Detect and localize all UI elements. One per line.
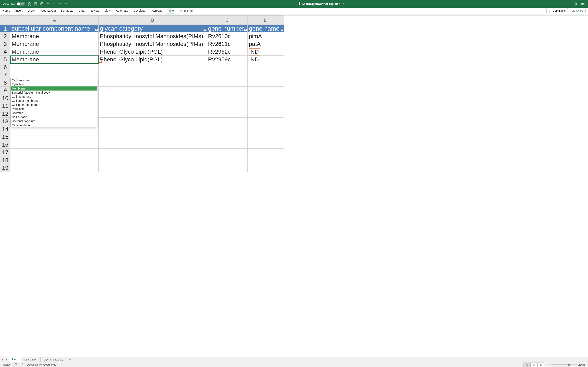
row-7[interactable]: 7 bbox=[0, 71, 10, 79]
col-C[interactable]: C bbox=[207, 16, 248, 25]
zoom-out-icon[interactable]: − bbox=[548, 363, 550, 366]
doc-name[interactable]: MicroGlycoCurator-register bbox=[302, 2, 340, 6]
undo-icon[interactable] bbox=[46, 2, 50, 6]
table-row[interactable]: 5 Membrane Phenol Glyco Lipid(PGL) Rv295… bbox=[0, 56, 284, 63]
view-normal[interactable] bbox=[523, 363, 530, 367]
table-row[interactable]: 4 Membrane Phenol Glyco Lipid(PGL) Rv296… bbox=[0, 48, 284, 56]
macro-icon[interactable] bbox=[14, 363, 17, 366]
column-headers[interactable]: A B C D bbox=[0, 16, 284, 25]
dv-option[interactable]: Carboxysome bbox=[11, 78, 97, 82]
save-icon[interactable] bbox=[34, 2, 38, 6]
row-1[interactable]: 1 bbox=[0, 25, 10, 33]
dv-option[interactable]: Mitochondrion bbox=[11, 123, 97, 127]
cell-A5[interactable]: Membrane bbox=[10, 56, 99, 63]
dv-option[interactable]: Periplasm bbox=[11, 107, 97, 111]
col-A[interactable]: A bbox=[10, 16, 99, 25]
view-page-break[interactable] bbox=[537, 363, 544, 367]
row-13[interactable]: 13 bbox=[0, 118, 10, 125]
collapsed-formula-bar[interactable] bbox=[0, 14, 588, 16]
tab-table[interactable]: Table bbox=[167, 8, 174, 13]
comments-button[interactable]: Comments bbox=[546, 8, 568, 13]
row-6[interactable]: 6 bbox=[0, 63, 10, 71]
filter-icon[interactable] bbox=[95, 29, 98, 31]
select-all-corner[interactable] bbox=[0, 16, 10, 25]
row-12[interactable]: 12 bbox=[0, 110, 10, 118]
data-validation-handle[interactable] bbox=[99, 59, 102, 63]
tab-acrobat[interactable]: Acrobat bbox=[152, 8, 162, 13]
zoom-in-icon[interactable]: + bbox=[575, 363, 577, 366]
sheet-tab-glycan-category[interactable]: glycan_category bbox=[41, 357, 67, 362]
dv-option[interactable]: Bacterial flagellum basal body bbox=[11, 91, 97, 95]
cell-A2[interactable]: Membrane bbox=[10, 33, 99, 40]
tellme[interactable]: Tell me bbox=[179, 8, 192, 13]
hdr-subcellular[interactable]: subcellular component name bbox=[10, 25, 99, 33]
dv-option-selected[interactable]: Membrane bbox=[11, 86, 97, 91]
row-4[interactable]: 4 bbox=[0, 48, 10, 56]
switch-window-icon[interactable] bbox=[581, 2, 585, 6]
tab-view[interactable]: View bbox=[104, 8, 111, 13]
sheet-nav-next[interactable] bbox=[4, 357, 9, 362]
filter-icon[interactable] bbox=[203, 29, 206, 31]
tab-insert[interactable]: Insert bbox=[15, 8, 22, 13]
dv-option[interactable]: Cytoplasm bbox=[11, 82, 97, 86]
tab-page-layout[interactable]: Page Layout bbox=[40, 8, 56, 13]
row-15[interactable]: 15 bbox=[0, 133, 10, 141]
undo-dropdown-icon[interactable] bbox=[52, 2, 56, 6]
cell-B2[interactable]: Phosphatidyl Inosytol Mannosides(PIMs) bbox=[99, 33, 207, 40]
sheet-tab-item[interactable]: item bbox=[9, 357, 21, 362]
cell-C5[interactable]: Rv2959c bbox=[207, 56, 248, 63]
tab-draw[interactable]: Draw bbox=[28, 8, 35, 13]
dv-option[interactable]: Cell outer membrane bbox=[11, 99, 97, 103]
tab-home[interactable]: Home bbox=[2, 8, 10, 13]
row-19[interactable]: 19 bbox=[0, 164, 10, 172]
data-validation-dropdown[interactable]: Carboxysome Cytoplasm Membrane Bacterial… bbox=[10, 78, 97, 127]
zoom-slider[interactable] bbox=[551, 364, 573, 365]
dv-option[interactable]: Cell membrane bbox=[11, 95, 97, 99]
row-9[interactable]: 9 bbox=[0, 87, 10, 94]
cell-D2[interactable]: pimA bbox=[248, 33, 284, 40]
row-14[interactable]: 14 bbox=[0, 125, 10, 133]
sheet-tab-localization[interactable]: localization bbox=[21, 357, 41, 362]
redo-icon[interactable] bbox=[58, 2, 62, 6]
zoom-control[interactable]: − + 236% bbox=[548, 363, 585, 366]
cell-A4[interactable]: Membrane bbox=[10, 48, 99, 56]
row-18[interactable]: 18 bbox=[0, 156, 10, 164]
filter-icon[interactable] bbox=[244, 29, 247, 31]
doc-chevron-icon[interactable] bbox=[341, 2, 345, 6]
row-11[interactable]: 11 bbox=[0, 102, 10, 110]
table-row[interactable]: 3 Membrane Phosphatidyl Inosytol Mannosi… bbox=[0, 40, 284, 48]
sheet-nav-prev[interactable] bbox=[0, 357, 4, 362]
table-row[interactable]: 2 Membrane Phosphatidyl Inosytol Mannosi… bbox=[0, 33, 284, 40]
hdr-gene-name[interactable]: gene name bbox=[248, 25, 284, 33]
row-10[interactable]: 10 bbox=[0, 94, 10, 102]
cell-D5[interactable]: ND bbox=[248, 56, 284, 63]
tab-data[interactable]: Data bbox=[78, 8, 85, 13]
tab-review[interactable]: Review bbox=[90, 8, 99, 13]
dv-option[interactable]: Cell inner membrane bbox=[11, 103, 97, 107]
cell-C2[interactable]: Rv2610c bbox=[207, 33, 248, 40]
print-icon[interactable] bbox=[40, 2, 44, 6]
autosave-toggle[interactable]: OFF bbox=[17, 2, 25, 6]
dv-option[interactable]: Bacterial flagellum bbox=[11, 119, 97, 123]
row-16[interactable]: 16 bbox=[0, 141, 10, 149]
cell-B4[interactable]: Phenol Glyco Lipid(PGL) bbox=[99, 48, 207, 56]
home-icon[interactable] bbox=[28, 2, 31, 6]
more-icon[interactable] bbox=[65, 2, 68, 6]
cell-B5[interactable]: Phenol Glyco Lipid(PGL) bbox=[99, 56, 207, 63]
add-sheet-button[interactable]: + bbox=[67, 357, 73, 362]
table-header-row[interactable]: 1 subcellular component name glycan cate… bbox=[0, 25, 284, 33]
row-5[interactable]: 5 bbox=[0, 56, 10, 63]
cell-C4[interactable]: Rv2962c bbox=[207, 48, 248, 56]
filter-icon[interactable] bbox=[281, 29, 283, 31]
row-17[interactable]: 17 bbox=[0, 149, 10, 156]
tab-automate[interactable]: Automate bbox=[116, 8, 128, 13]
cell-A3[interactable]: Membrane bbox=[10, 40, 99, 48]
search-icon[interactable] bbox=[574, 2, 578, 6]
dv-option[interactable]: Secreted bbox=[11, 111, 97, 115]
dv-option[interactable]: Cell surface bbox=[11, 115, 97, 119]
zoom-value[interactable]: 236% bbox=[579, 363, 585, 366]
accessibility-icon[interactable] bbox=[21, 363, 24, 366]
cell-D3[interactable]: patA bbox=[248, 40, 284, 48]
tab-formulas[interactable]: Formulas bbox=[61, 8, 73, 13]
cell-B3[interactable]: Phosphatidyl Inosytol Mannosides(PIMs) bbox=[99, 40, 207, 48]
